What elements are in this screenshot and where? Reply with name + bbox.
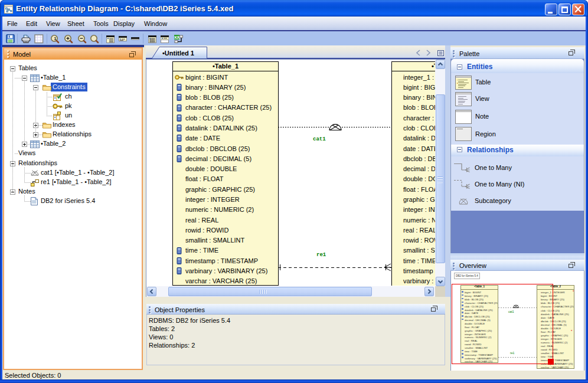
svg-text:KR: KR	[175, 35, 181, 40]
